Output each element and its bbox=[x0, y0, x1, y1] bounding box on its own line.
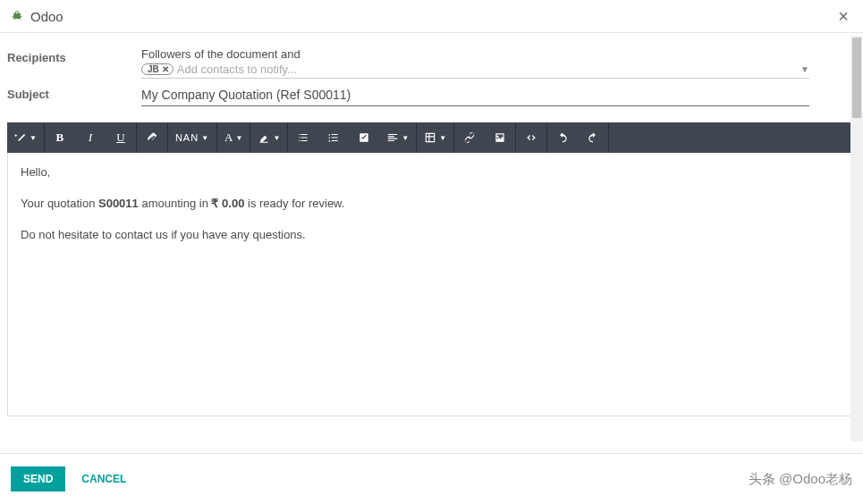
dialog-header: Odoo × bbox=[0, 0, 863, 33]
eraser-button[interactable] bbox=[137, 122, 167, 153]
editor-toolbar: ▼ B I U NAN▼ A▼ ▼ ▼ bbox=[7, 122, 858, 153]
watermark-text: 头条 @Odoo老杨 bbox=[749, 471, 852, 488]
bold-button[interactable]: B bbox=[45, 122, 75, 153]
subject-row: Subject bbox=[7, 84, 858, 106]
scrollbar[interactable] bbox=[850, 36, 863, 441]
font-size-button[interactable]: NAN▼ bbox=[168, 122, 216, 153]
unordered-list-button[interactable] bbox=[288, 122, 318, 153]
undo-button[interactable] bbox=[547, 122, 578, 153]
redo-button[interactable] bbox=[578, 122, 608, 153]
odoo-bug-icon bbox=[11, 10, 23, 22]
dialog-footer: SEND CANCEL 头条 @Odoo老杨 bbox=[0, 453, 863, 504]
table-button[interactable]: ▼ bbox=[417, 122, 453, 153]
cancel-button[interactable]: CANCEL bbox=[81, 473, 126, 485]
editor-content[interactable]: Hello, Your quotation S00011 amounting i… bbox=[7, 153, 858, 416]
code-view-button[interactable] bbox=[516, 122, 546, 153]
underline-button[interactable]: U bbox=[106, 122, 136, 153]
subject-label: Subject bbox=[7, 84, 141, 101]
editor: ▼ B I U NAN▼ A▼ ▼ ▼ bbox=[7, 122, 858, 416]
send-button[interactable]: SEND bbox=[11, 466, 65, 491]
add-contacts-input[interactable] bbox=[177, 63, 809, 76]
body-contact-line: Do not hesitate to contact us if you hav… bbox=[21, 226, 844, 245]
checklist-button[interactable] bbox=[349, 122, 379, 153]
font-color-button[interactable]: A▼ bbox=[217, 122, 250, 153]
dropdown-caret-icon[interactable]: ▼ bbox=[800, 64, 809, 74]
tag-remove-icon[interactable]: ✕ bbox=[162, 64, 169, 74]
recipient-tag[interactable]: JB ✕ bbox=[141, 63, 173, 75]
tag-label: JB bbox=[148, 64, 159, 74]
close-icon[interactable]: × bbox=[834, 7, 852, 25]
ordered-list-button[interactable] bbox=[318, 122, 349, 153]
recipients-input-row[interactable]: JB ✕ ▼ bbox=[141, 63, 809, 79]
dialog-title: Odoo bbox=[30, 9, 834, 24]
align-button[interactable]: ▼ bbox=[379, 122, 416, 153]
subject-input[interactable] bbox=[141, 84, 809, 106]
image-button[interactable] bbox=[485, 122, 515, 153]
magic-wand-button[interactable]: ▼ bbox=[7, 122, 44, 153]
body-greeting: Hello, bbox=[21, 164, 844, 182]
italic-button[interactable]: I bbox=[75, 122, 106, 153]
recipients-row: Recipients Followers of the document and… bbox=[7, 47, 858, 79]
highlight-button[interactable]: ▼ bbox=[250, 122, 287, 153]
followers-text: Followers of the document and bbox=[141, 47, 809, 61]
recipients-label: Recipients bbox=[7, 47, 141, 64]
link-button[interactable] bbox=[454, 122, 485, 153]
body-quotation-line: Your quotation S00011 amounting in ₹ 0.0… bbox=[21, 195, 844, 214]
